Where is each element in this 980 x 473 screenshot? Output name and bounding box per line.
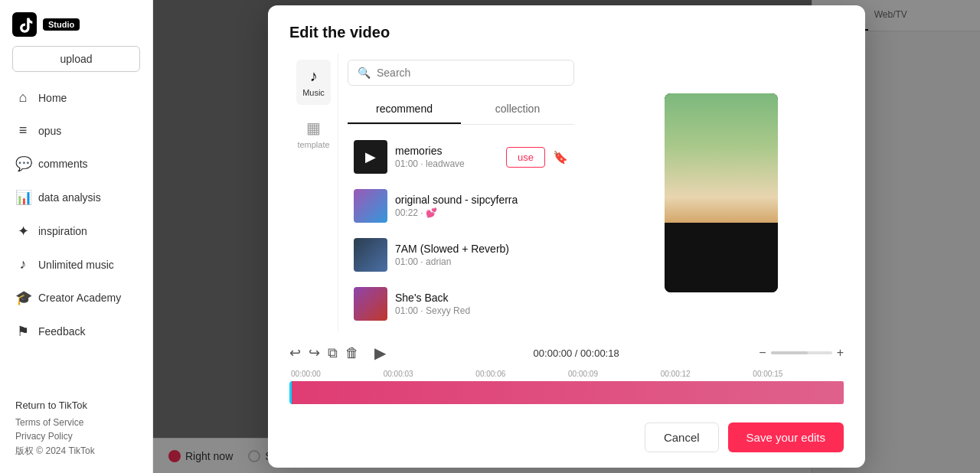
ruler-mark-0: 00:00:00	[289, 370, 382, 378]
sidebar-item-label: Feedback	[38, 325, 85, 338]
music-panel: 🔍 recommend collection ▶	[338, 54, 583, 331]
volume-plus-button[interactable]: +	[837, 346, 844, 360]
edit-sidebar-music[interactable]: ♪ Music	[296, 60, 331, 105]
sidebar: Studio upload ⌂ Home ≡ opus 💬 comments 📊…	[0, 0, 153, 473]
music-meta: 01:00 · Sexyy Red	[395, 305, 568, 316]
sidebar-footer: Return to TikTok Terms of Service Privac…	[0, 392, 152, 473]
search-bar: 🔍	[348, 60, 574, 86]
sidebar-item-label: Home	[38, 92, 67, 104]
return-to-tiktok-link[interactable]: Return to TikTok	[15, 400, 137, 411]
opus-icon: ≡	[15, 122, 31, 139]
music-info-memories: memories 01:00 · leadwave	[395, 145, 498, 169]
music-tabs: recommend collection	[348, 95, 574, 125]
time-display: 00:00:00 / 00:00:18	[401, 347, 751, 359]
sidebar-item-label: data analysis	[38, 191, 101, 204]
music-title: She's Back	[395, 292, 568, 304]
sidebar-item-home[interactable]: ⌂ Home	[0, 81, 152, 114]
inspiration-icon: ✦	[15, 223, 31, 240]
list-item[interactable]: 7AM (Slowed + Reverb) 01:00 · adrian	[348, 230, 574, 279]
music-thumb-7am	[354, 238, 387, 272]
current-time: 00:00:00	[534, 347, 573, 359]
sidebar-item-inspiration[interactable]: ✦ inspiration	[0, 214, 152, 248]
music-title: original sound - sipcyferra	[395, 194, 568, 206]
privacy-link[interactable]: Privacy Policy	[15, 431, 137, 442]
cancel-button[interactable]: Cancel	[645, 422, 719, 452]
copyright-text: 版权 © 2024 TikTok	[15, 445, 137, 458]
tab-recommend[interactable]: recommend	[348, 95, 461, 124]
music-thumb-memories: ▶	[354, 140, 387, 174]
data-analysis-icon: 📊	[15, 189, 31, 206]
edit-sidebar-template-label: template	[297, 140, 329, 149]
ruler-mark-2: 00:00:06	[474, 370, 567, 378]
edit-sidebar-music-label: Music	[302, 88, 325, 97]
list-item[interactable]: original sound - sipcyferra 00:22 · 💕	[348, 181, 574, 230]
volume-bar[interactable]	[771, 351, 832, 354]
home-icon: ⌂	[15, 90, 31, 106]
time-separator: /	[575, 347, 580, 359]
sidebar-item-comments[interactable]: 💬 comments	[0, 147, 152, 181]
playback-controls: ↩ ↪ ⧉ 🗑 ▶ 00:00:00 / 00:00:18 −	[289, 344, 844, 362]
sidebar-item-creator-academy[interactable]: 🎓 Creator Academy	[0, 281, 152, 315]
tab-collection[interactable]: collection	[461, 95, 574, 124]
tiktok-logo-icon	[12, 12, 37, 37]
delete-button[interactable]: 🗑	[345, 345, 359, 361]
music-info-original: original sound - sipcyferra 00:22 · 💕	[395, 194, 568, 218]
ruler-mark-3: 00:00:09	[567, 370, 659, 378]
list-item[interactable]: ▶ memories 01:00 · leadwave use 🔖	[348, 132, 574, 181]
redo-button[interactable]: ↪	[309, 344, 320, 361]
music-icon: ♪	[15, 256, 31, 272]
ruler-mark-1: 00:00:03	[382, 370, 475, 378]
video-bottom-black	[665, 223, 778, 292]
sidebar-item-data-analysis[interactable]: 📊 data analysis	[0, 181, 152, 214]
sidebar-item-label: Unlimited music	[38, 259, 114, 271]
music-thumb-original	[354, 189, 387, 223]
timeline-bar	[292, 381, 844, 404]
music-meta: 01:00 · leadwave	[395, 158, 498, 169]
template-icon: ▦	[306, 119, 321, 137]
sidebar-item-label: Creator Academy	[38, 292, 121, 304]
undo-button[interactable]: ↩	[289, 344, 301, 361]
sidebar-item-unlimited-music[interactable]: ♪ Unlimited music	[0, 248, 152, 281]
upload-button[interactable]: upload	[12, 46, 140, 72]
music-info-7am: 7AM (Slowed + Reverb) 01:00 · adrian	[395, 243, 568, 267]
list-item[interactable]: She's Back 01:00 · Sexyy Red	[348, 279, 574, 328]
search-icon: 🔍	[358, 67, 371, 79]
sidebar-nav: ⌂ Home ≡ opus 💬 comments 📊 data analysis…	[0, 81, 152, 392]
bookmark-icon[interactable]: 🔖	[553, 150, 568, 165]
save-edits-button[interactable]: Save your edits	[728, 422, 844, 452]
timeline-track[interactable]	[289, 381, 844, 404]
modal-actions: Cancel Save your edits	[268, 413, 865, 468]
terms-link[interactable]: Terms of Service	[15, 417, 137, 428]
volume-controls: − +	[759, 346, 844, 360]
search-input[interactable]	[377, 67, 564, 79]
modal-title: Edit the video	[268, 5, 865, 54]
main-content: Edit the video ♪ Music ▦ template	[153, 0, 980, 473]
edit-sidebar-template[interactable]: ▦ template	[291, 111, 335, 157]
timeline-section: 00:00:00 00:00:03 00:00:06 00:00:09 00:0…	[289, 370, 844, 413]
timeline-ruler: 00:00:00 00:00:03 00:00:06 00:00:09 00:0…	[289, 370, 844, 378]
video-frame	[665, 93, 778, 292]
use-button-memories[interactable]: use	[506, 147, 545, 168]
edit-video-modal: Edit the video ♪ Music ▦ template	[268, 5, 865, 468]
music-title: 7AM (Slowed + Reverb)	[395, 243, 568, 255]
ruler-mark-5: 00:00:15	[751, 370, 844, 378]
volume-minus-button[interactable]: −	[759, 346, 766, 360]
play-pause-button[interactable]: ▶	[374, 344, 386, 362]
ruler-mark-4: 00:00:12	[659, 370, 752, 378]
video-preview	[583, 54, 844, 331]
sidebar-item-label: inspiration	[38, 225, 87, 237]
total-time: 00:00:18	[580, 347, 619, 359]
split-button[interactable]: ⧉	[328, 345, 338, 361]
music-list: ▶ memories 01:00 · leadwave use 🔖	[348, 132, 574, 331]
music-thumb-shesback	[354, 287, 387, 321]
modal-body: ♪ Music ▦ template 🔍	[268, 54, 865, 331]
edit-sidebar: ♪ Music ▦ template	[289, 54, 338, 331]
studio-badge: Studio	[43, 18, 80, 31]
sidebar-item-opus[interactable]: ≡ opus	[0, 114, 152, 147]
music-meta: 01:00 · adrian	[395, 256, 568, 267]
modal-overlay: Edit the video ♪ Music ▦ template	[153, 0, 980, 473]
video-image	[665, 93, 778, 223]
sidebar-item-feedback[interactable]: ⚑ Feedback	[0, 315, 152, 348]
sidebar-item-label: comments	[38, 158, 88, 170]
modal-controls: ↩ ↪ ⧉ 🗑 ▶ 00:00:00 / 00:00:18 −	[268, 331, 865, 413]
